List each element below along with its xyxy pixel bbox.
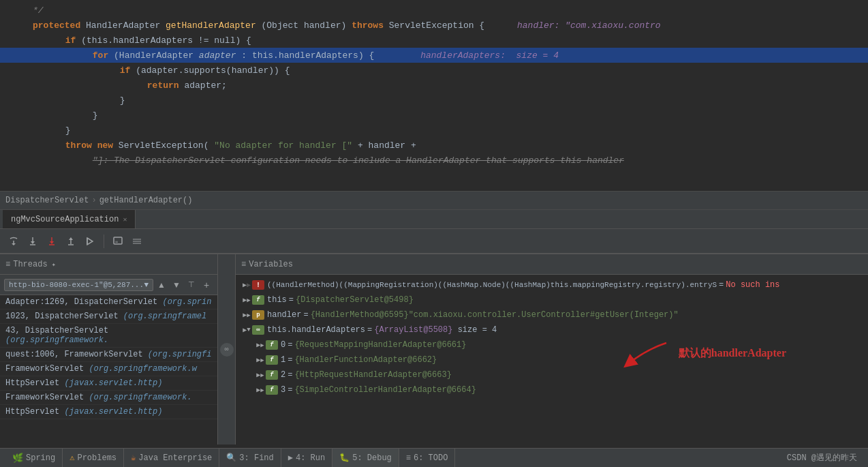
status-debug[interactable]: 🐛 5: Debug xyxy=(332,449,399,467)
status-problems-label: Problems xyxy=(77,453,117,463)
status-java-enterprise[interactable]: ☕ Java Enterprise xyxy=(124,449,219,467)
variables-panel: ≡ Variables ▶ ! ((HandlerMethod)((Mappin… xyxy=(236,254,868,445)
annotation-text: 默认的handlerAdapter xyxy=(679,346,786,361)
status-todo[interactable]: ≡ 6: TODO xyxy=(399,449,456,467)
todo-icon: ≡ xyxy=(406,453,411,463)
code-line: if (adapter.supports(handler)) { xyxy=(0,63,868,78)
variable-item-3[interactable]: ▶ f 3 = {SimpleControllerHandlerAdapter@… xyxy=(236,382,868,397)
breadcrumb-item[interactable]: DispatcherServlet xyxy=(5,196,89,205)
move-down-button[interactable]: ▼ xyxy=(170,278,183,292)
tab-label: ngMvcSourceApplication xyxy=(11,215,119,224)
bottom-panel: ≡ Threads ✦ http-bio-8080-exec-1"@5,287.… xyxy=(0,254,868,445)
code-line: throw new ServletException( "No adapter … xyxy=(0,138,868,153)
panel-divider: ∞ xyxy=(218,254,236,445)
annotation-area: 默认的handlerAdapter xyxy=(619,336,786,370)
threads-panel-header: ≡ Threads ✦ xyxy=(0,254,217,275)
status-run[interactable]: ▶ 4: Run xyxy=(281,449,332,467)
java-icon: ☕ xyxy=(131,453,136,463)
csdn-credit: CSDN @遇见的昨天 xyxy=(787,452,863,464)
svg-marker-11 xyxy=(87,238,93,245)
status-spring[interactable]: 🌿 Spring xyxy=(5,449,63,467)
status-find-label: 3: Find xyxy=(239,453,273,463)
dropdown-arrow-icon: ▼ xyxy=(144,281,149,289)
list-item[interactable]: Adapter:1269, DispatcherServlet (org.spr… xyxy=(0,295,217,310)
protected-icon: p xyxy=(252,310,264,320)
bug-icon: 🐛 xyxy=(339,453,350,463)
field-icon: f xyxy=(252,295,264,305)
threads-panel: ≡ Threads ✦ http-bio-8080-exec-1"@5,287.… xyxy=(0,254,218,445)
step-over-button[interactable] xyxy=(5,233,22,250)
svg-marker-9 xyxy=(69,237,73,240)
list-item[interactable]: HttpServlet (javax.servlet.http) xyxy=(0,405,217,419)
variables-title: Variables xyxy=(249,260,293,269)
spring-icon: 🌿 xyxy=(12,453,23,464)
trace-button[interactable] xyxy=(129,233,145,250)
move-up-button[interactable]: ▲ xyxy=(155,278,168,292)
code-line: } xyxy=(0,93,868,108)
code-line: } xyxy=(0,123,868,138)
svg-marker-3 xyxy=(31,241,35,244)
variables-panel-header: ≡ Variables xyxy=(236,254,868,275)
threads-toolbar: http-bio-8080-exec-1"@5,287... ▼ ▲ ▼ ⊤ + xyxy=(0,275,217,295)
variables-icon: ≡ xyxy=(241,260,246,269)
error-icon: ! xyxy=(252,280,264,290)
step-out-button[interactable] xyxy=(63,233,79,250)
divider-toggle[interactable]: ∞ xyxy=(220,343,234,357)
variables-list: ▶ ! ((HandlerMethod)((MappingRegistratio… xyxy=(236,275,868,445)
add-button[interactable]: + xyxy=(200,278,213,292)
list-item[interactable]: FrameworkServlet (org.springframework. xyxy=(0,391,217,405)
list-item[interactable]: quest:1006, FrameworkServlet (org.spring… xyxy=(0,348,217,362)
list-item[interactable]: FrameworkServlet (org.springframework.w xyxy=(0,362,217,376)
toolbar: = xyxy=(0,229,868,254)
thread-dropdown-value: http-bio-8080-exec-1"@5,287... xyxy=(9,281,144,289)
svg-marker-6 xyxy=(50,241,54,244)
breadcrumb-item[interactable]: getHandlerAdapter() xyxy=(99,196,193,205)
toolbar-separator xyxy=(104,235,104,248)
variable-item-handler-adapters[interactable]: ▼ ∞ this.handlerAdapters = {ArrayList@55… xyxy=(236,322,868,337)
code-line: } xyxy=(0,108,868,123)
filter-button[interactable]: ⊤ xyxy=(185,278,198,292)
threads-icon: ≡ xyxy=(5,260,10,269)
step-into-button[interactable] xyxy=(25,233,41,250)
infinity-icon: ∞ xyxy=(252,325,264,335)
list-item[interactable]: HttpServlet (javax.servlet.http) xyxy=(0,376,217,391)
code-line: */ xyxy=(0,3,868,18)
find-icon: 🔍 xyxy=(226,453,236,463)
tab-close-button[interactable]: ✕ xyxy=(123,215,127,224)
red-arrow-svg xyxy=(619,336,673,370)
code-line: protected HandlerAdapter getHandlerAdapt… xyxy=(0,18,868,33)
status-bar: 🌿 Spring ⚠ Problems ☕ Java Enterprise 🔍 … xyxy=(0,448,868,467)
list-item[interactable]: 1023, DispatcherServlet (org.springframe… xyxy=(0,310,217,324)
field-icon: f xyxy=(266,340,278,350)
tab-main[interactable]: ngMvcSourceApplication ✕ xyxy=(3,210,136,228)
status-debug-label: 5: Debug xyxy=(352,453,392,463)
threads-title: Threads xyxy=(13,260,47,269)
variable-item-this[interactable]: ▶ f this = {DispatcherServlet@5498} xyxy=(236,292,868,307)
status-spring-label: Spring xyxy=(26,453,55,463)
svg-marker-1 xyxy=(12,243,16,245)
code-line-highlighted: for (HandlerAdapter adapter : this.handl… xyxy=(0,48,868,63)
field-icon: f xyxy=(266,370,278,380)
list-item[interactable]: 43, DispatcherServlet (org.springframewo… xyxy=(0,324,217,348)
field-icon: f xyxy=(266,355,278,365)
breadcrumb: DispatcherServlet › getHandlerAdapter() xyxy=(0,191,868,210)
evaluate-button[interactable]: = xyxy=(110,233,126,250)
variable-item-handler[interactable]: ▶ p handler = {HandlerMethod@6595} "com.… xyxy=(236,307,868,322)
force-step-into-button[interactable] xyxy=(44,233,60,250)
threads-list: Adapter:1269, DispatcherServlet (org.spr… xyxy=(0,295,217,445)
code-editor: */ protected HandlerAdapter getHandlerAd… xyxy=(0,0,868,191)
code-line: if (this.handlerAdapters != null) { xyxy=(0,33,868,48)
status-problems[interactable]: ⚠ Problems xyxy=(63,449,124,467)
warning-icon: ⚠ xyxy=(69,453,74,463)
variable-item-error[interactable]: ▶ ! ((HandlerMethod)((MappingRegistratio… xyxy=(236,277,868,292)
status-todo-label: 6: TODO xyxy=(414,453,448,463)
status-find[interactable]: 🔍 3: Find xyxy=(219,449,281,467)
status-java-label: Java Enterprise xyxy=(138,453,212,463)
code-line: return adapter; xyxy=(0,78,868,93)
thread-dropdown[interactable]: http-bio-8080-exec-1"@5,287... ▼ xyxy=(4,279,153,291)
code-line: "]: The DispatcherServlet configuration … xyxy=(0,153,868,168)
tab-bar: ngMvcSourceApplication ✕ xyxy=(0,210,868,229)
run-to-cursor-button[interactable] xyxy=(82,233,98,250)
run-icon: ▶ xyxy=(288,453,293,463)
status-run-label: 4: Run xyxy=(296,453,325,463)
